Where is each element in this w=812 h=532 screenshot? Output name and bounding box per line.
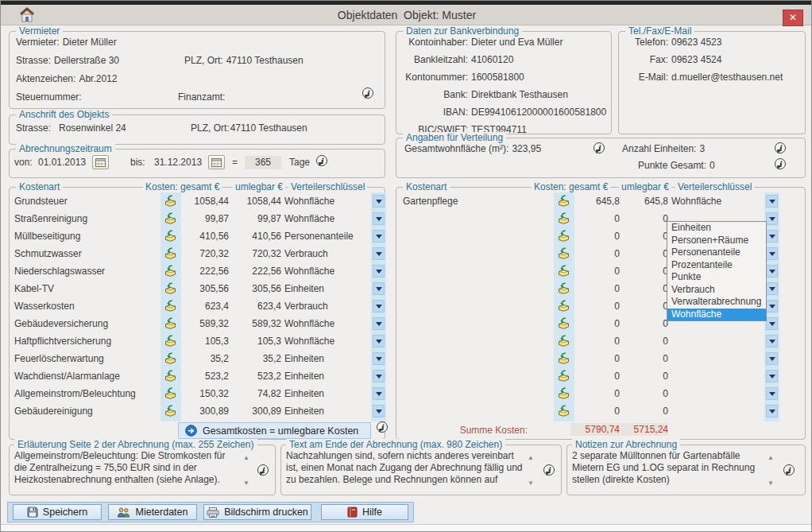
cost-umlegbar-field[interactable]: 222,56 — [234, 266, 281, 277]
fax-value[interactable]: 09623 4524 — [671, 54, 721, 65]
cost-gesamt-field[interactable]: 35,2 — [180, 353, 229, 364]
bildschirm-drucken-button[interactable]: Bildschirm drucken — [203, 504, 311, 520]
dropdown-item[interactable]: Einheiten — [667, 222, 766, 235]
von-date-value[interactable]: 01.01.2013 — [38, 157, 86, 168]
cost-gesamt-field[interactable]: 623,4 — [180, 301, 229, 312]
verteilerschluessel-dropdown-button[interactable] — [373, 195, 385, 208]
scroll-up-icon[interactable]: ▲ — [243, 455, 249, 461]
cost-gesamt-field[interactable]: 1058,44 — [180, 196, 229, 207]
cost-gesamt-field[interactable]: 150,32 — [180, 388, 229, 399]
import-cost-icon[interactable] — [557, 300, 570, 314]
speichern-button[interactable]: Speichern — [13, 504, 102, 520]
cost-umlegbar-field[interactable]: 305,56 — [234, 283, 281, 294]
cost-umlegbar-field[interactable]: 0 — [621, 283, 668, 294]
verteilerschluessel-dropdown-button[interactable] — [766, 282, 778, 295]
hilfe-button[interactable]: Hilfe — [321, 504, 408, 520]
erlaeuterung-textarea[interactable]: Allgemeinstrom/Beleuchtung: Die Stromkos… — [14, 450, 240, 486]
info-icon[interactable] — [775, 142, 786, 153]
cost-gesamt-field[interactable]: 222,56 — [180, 266, 229, 277]
cost-umlegbar-field[interactable]: 99,87 — [234, 213, 281, 224]
cost-name-field[interactable]: Gebäudeversicherung — [14, 318, 108, 329]
verteilerschluessel-dropdown-button[interactable] — [373, 265, 385, 278]
cost-name-field[interactable]: Niederschlagswasser — [14, 266, 105, 277]
cost-name-field[interactable]: Feuerlöscherwartung — [14, 353, 104, 364]
info-icon[interactable] — [316, 155, 327, 166]
import-cost-icon[interactable] — [164, 212, 177, 227]
bankleitzahl-value[interactable]: 41060120 — [471, 54, 513, 65]
import-cost-icon[interactable] — [164, 335, 177, 349]
verteilerschluessel-dropdown-button[interactable] — [373, 405, 385, 417]
cost-name-field[interactable]: Müllbeseitigung — [14, 231, 80, 242]
cost-gesamt-field[interactable]: 99,87 — [180, 213, 229, 224]
telefon-value[interactable]: 09623 4523 — [671, 37, 721, 48]
bank-value[interactable]: Direktbank Testhausen — [471, 89, 568, 100]
cost-umlegbar-field[interactable]: 0 — [621, 353, 668, 364]
import-cost-icon[interactable] — [164, 405, 177, 419]
import-cost-icon[interactable] — [164, 387, 177, 402]
verteilerschluessel-dropdown-button[interactable] — [373, 230, 385, 243]
import-cost-icon[interactable] — [557, 265, 570, 279]
cost-umlegbar-field[interactable]: 0 — [621, 371, 668, 382]
verteilerschluessel-dropdown-button[interactable] — [766, 405, 778, 417]
cost-umlegbar-field[interactable]: 523,2 — [234, 371, 281, 382]
cost-gesamt-field[interactable]: 0 — [570, 336, 620, 347]
cost-gesamt-field[interactable]: 0 — [570, 248, 620, 259]
cost-gesamt-field[interactable]: 0 — [570, 231, 620, 242]
import-cost-icon[interactable] — [164, 265, 177, 279]
verteilerschluessel-dropdown-button[interactable] — [373, 317, 385, 330]
cost-gesamt-field[interactable]: 300,89 — [180, 406, 229, 417]
info-icon[interactable] — [257, 464, 269, 476]
cost-gesamt-field[interactable]: 645,8 — [570, 196, 620, 207]
cost-umlegbar-field[interactable]: 410,56 — [234, 231, 281, 242]
import-cost-icon[interactable] — [557, 282, 570, 297]
cost-umlegbar-field[interactable]: 300,89 — [234, 406, 281, 417]
objekt-plz-value[interactable]: 47110 Testhausen — [230, 122, 307, 134]
cost-name-field[interactable]: Haftpflichtversicherung — [14, 336, 111, 347]
verteilerschluessel-dropdown-button[interactable] — [766, 195, 778, 208]
notizen-textarea[interactable]: 2 separate Mülltonnen für Gartenabfälle … — [572, 450, 764, 486]
cost-umlegbar-field[interactable]: 35,2 — [234, 353, 281, 364]
email-value[interactable]: d.mueller@testhausen.net — [671, 72, 783, 83]
cost-gesamt-field[interactable]: 720,32 — [180, 248, 229, 259]
import-cost-icon[interactable] — [557, 230, 570, 244]
verteilerschluessel-dropdown-button[interactable] — [766, 352, 778, 365]
cost-umlegbar-field[interactable]: 589,32 — [234, 318, 281, 329]
scroll-down-icon[interactable]: ▼ — [243, 480, 249, 487]
dropdown-item[interactable]: Punkte — [667, 271, 766, 284]
scroll-up-icon[interactable]: ▲ — [768, 455, 774, 461]
info-icon[interactable] — [543, 464, 555, 476]
cost-name-field[interactable]: Allgemeinstrom/Beleuchtung — [14, 388, 136, 399]
close-button[interactable]: ✕ — [783, 10, 803, 26]
cost-umlegbar-field[interactable]: 720,32 — [234, 248, 281, 259]
cost-umlegbar-field[interactable]: 0 — [621, 248, 668, 259]
import-cost-icon[interactable] — [557, 247, 570, 262]
cost-gesamt-field[interactable]: 0 — [570, 213, 620, 224]
mieterdaten-button[interactable]: Mieterdaten — [108, 504, 197, 520]
cost-gesamt-field[interactable]: 305,56 — [180, 283, 229, 294]
scroll-up-icon[interactable]: ▲ — [528, 455, 534, 461]
verteilerschluessel-dropdown-button[interactable] — [766, 387, 778, 400]
import-cost-icon[interactable] — [164, 352, 177, 367]
scroll-down-icon[interactable]: ▼ — [768, 480, 774, 487]
cost-gesamt-field[interactable]: 0 — [570, 318, 620, 329]
import-cost-icon[interactable] — [557, 335, 570, 349]
vermieter-akten-value[interactable]: Abr.2012 — [79, 73, 117, 84]
dropdown-item[interactable]: Verwalterabrechnung — [667, 296, 766, 309]
einheiten-value[interactable]: 3 — [699, 143, 705, 154]
cost-name-field[interactable]: Gebäudereinigung — [14, 406, 93, 417]
wohnflaeche-value[interactable]: 323,95 — [512, 143, 541, 154]
cost-gesamt-field[interactable]: 523,2 — [180, 371, 229, 382]
vermieter-plz-value[interactable]: 47110 Testhausen — [226, 55, 304, 66]
cost-gesamt-field[interactable]: 105,3 — [180, 336, 229, 347]
import-cost-icon[interactable] — [557, 212, 570, 227]
cost-gesamt-field[interactable]: 0 — [570, 406, 620, 417]
objekt-strasse-value[interactable]: Rosenwinkel 24 — [59, 122, 126, 134]
import-cost-icon[interactable] — [557, 370, 570, 384]
cost-umlegbar-field[interactable]: 623,4 — [234, 301, 281, 312]
import-cost-icon[interactable] — [164, 300, 177, 314]
verteilerschluessel-dropdown-button[interactable] — [373, 352, 385, 365]
verteilerschluessel-dropdown-button[interactable] — [373, 247, 385, 260]
dropdown-item[interactable]: Wohnfläche — [667, 309, 766, 321]
kontoinhaber-value[interactable]: Dieter und Eva Müller — [471, 37, 563, 48]
cost-name-field[interactable]: Grundsteuer — [14, 196, 68, 207]
